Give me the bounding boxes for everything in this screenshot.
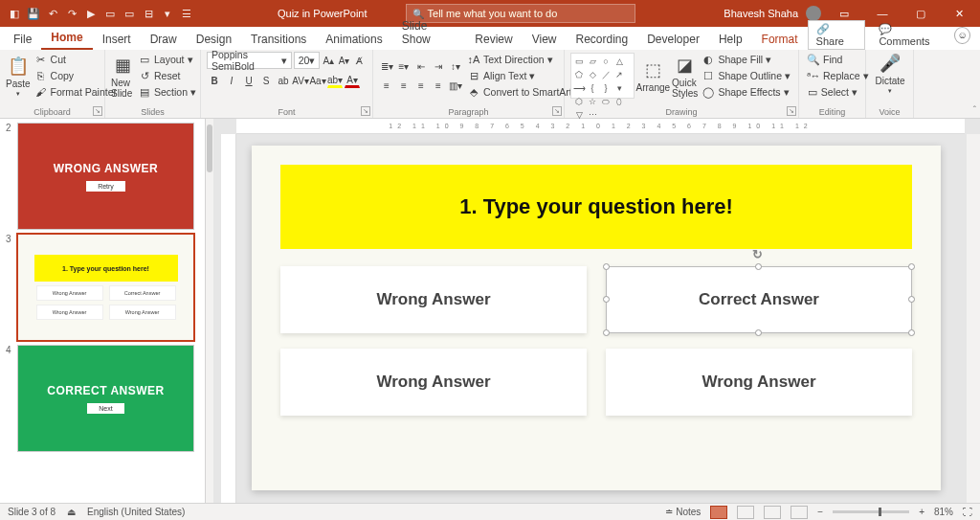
- answer-box-3[interactable]: Wrong Answer: [280, 349, 587, 416]
- resize-handle[interactable]: [603, 296, 610, 303]
- zoom-out-button[interactable]: −: [817, 507, 823, 517]
- zoom-level[interactable]: 81%: [934, 507, 953, 517]
- answer-box-2[interactable]: Correct Answer: [606, 266, 912, 333]
- paste-button[interactable]: 📋Paste▾: [6, 55, 31, 98]
- horizontal-ruler[interactable]: 12 11 10 9 8 7 6 5 4 3 2 1 0 1 2 3 4 5 6…: [236, 119, 965, 134]
- thumbnail-2[interactable]: 2 WRONG ANSWER Retry: [0, 121, 205, 232]
- slide-indicator[interactable]: Slide 3 of 8: [8, 507, 56, 517]
- rotation-handle[interactable]: [752, 244, 766, 258]
- feedback-icon[interactable]: ☺: [954, 27, 970, 44]
- spell-check-icon[interactable]: ⏏: [67, 507, 76, 517]
- question-box[interactable]: 1. Type your question here!: [280, 165, 912, 249]
- shape-outline-button[interactable]: ☐Shape Outline▾: [700, 68, 792, 83]
- shape-effects-button[interactable]: ◯Shape Effects▾: [700, 84, 792, 100]
- resize-handle[interactable]: [755, 329, 762, 336]
- font-name-select[interactable]: Poppins SemiBold ▾: [207, 52, 292, 69]
- notes-button[interactable]: ≐ Notes: [665, 507, 701, 517]
- menu-developer[interactable]: Developer: [637, 29, 709, 50]
- resize-handle[interactable]: [755, 263, 762, 270]
- user-name[interactable]: Bhavesh Shaha: [724, 8, 798, 19]
- zoom-in-button[interactable]: +: [919, 507, 924, 517]
- shadow-button[interactable]: ab: [276, 73, 291, 88]
- user-avatar[interactable]: [806, 6, 821, 21]
- quick-styles-button[interactable]: ◪Quick Styles: [672, 54, 698, 99]
- touch-mode-icon[interactable]: ☰: [178, 5, 195, 22]
- menu-insert[interactable]: Insert: [93, 29, 141, 50]
- slide-canvas[interactable]: 1. Type your question here! Wrong Answer…: [252, 146, 941, 490]
- reading-view-button[interactable]: [764, 506, 781, 519]
- replace-button[interactable]: ᵃ↔Replace▾: [805, 68, 859, 83]
- scrollbar-thumb[interactable]: [207, 124, 212, 172]
- increase-font-icon[interactable]: A▴: [322, 53, 335, 68]
- editor-scrollbar[interactable]: [967, 134, 980, 503]
- shape-fill-button[interactable]: ◐Shape Fill▾: [700, 52, 792, 67]
- line-spacing-button[interactable]: ↕▾: [448, 58, 463, 74]
- menu-help[interactable]: Help: [709, 29, 752, 50]
- menu-format[interactable]: Format: [752, 29, 808, 50]
- underline-button[interactable]: U: [241, 73, 256, 88]
- clipboard-launcher[interactable]: ↘: [93, 106, 102, 116]
- decrease-font-icon[interactable]: A▾: [338, 53, 351, 68]
- undo-icon[interactable]: ↶: [44, 5, 61, 22]
- bold-button[interactable]: B: [207, 73, 222, 88]
- qat-btn[interactable]: ▭: [121, 5, 138, 22]
- vertical-ruler[interactable]: [221, 134, 236, 503]
- menu-review[interactable]: Review: [465, 29, 522, 50]
- language-indicator[interactable]: English (United States): [87, 507, 185, 517]
- justify-button[interactable]: ≡: [431, 78, 446, 93]
- menu-view[interactable]: View: [523, 29, 567, 50]
- indent-inc-button[interactable]: ⇥: [431, 58, 446, 74]
- paragraph-launcher[interactable]: ↘: [552, 106, 562, 116]
- menu-slideshow[interactable]: Slide Show: [392, 15, 466, 50]
- drawing-launcher[interactable]: ↘: [787, 106, 796, 116]
- qat-btn[interactable]: ⊟: [140, 5, 157, 22]
- slideshow-view-button[interactable]: [791, 506, 808, 519]
- slide-thumbnail-pane[interactable]: 2 WRONG ANSWER Retry 3 1. Type your ques…: [0, 119, 206, 503]
- qat-dropdown-icon[interactable]: ▾: [159, 5, 176, 22]
- fit-window-button[interactable]: ⛶: [963, 507, 972, 517]
- redo-icon[interactable]: ↷: [63, 5, 80, 22]
- answer-box-4[interactable]: Wrong Answer: [606, 349, 912, 416]
- menu-home[interactable]: Home: [41, 27, 92, 50]
- menu-transitions[interactable]: Transitions: [241, 29, 316, 50]
- indent-dec-button[interactable]: ⇤: [413, 58, 429, 74]
- align-left-button[interactable]: ≡: [379, 78, 394, 93]
- share-button[interactable]: 🔗 Share: [808, 20, 866, 50]
- sorter-view-button[interactable]: [737, 506, 754, 519]
- spacing-button[interactable]: AV▾: [293, 73, 308, 88]
- align-center-button[interactable]: ≡: [396, 78, 412, 93]
- zoom-slider[interactable]: [833, 510, 909, 513]
- section-button[interactable]: ▤Section▾: [136, 84, 198, 100]
- autosave-icon[interactable]: ◧: [6, 5, 23, 22]
- normal-view-button[interactable]: [710, 506, 727, 519]
- columns-button[interactable]: ▥▾: [448, 78, 463, 93]
- font-launcher[interactable]: ↘: [361, 106, 370, 116]
- new-slide-button[interactable]: ▦New Slide: [111, 54, 134, 99]
- thumbnail-4[interactable]: 4 CORRECT ANSWER Next: [0, 343, 205, 454]
- answer-box-1[interactable]: Wrong Answer: [280, 266, 587, 333]
- shapes-gallery[interactable]: ▭▱○△⬠◇ ／↗⟶{}▾ ⬡☆⬭⬯▽⋯: [570, 53, 635, 99]
- menu-file[interactable]: File: [4, 29, 41, 50]
- resize-handle[interactable]: [908, 296, 915, 303]
- resize-handle[interactable]: [603, 329, 610, 336]
- menu-draw[interactable]: Draw: [141, 29, 187, 50]
- slide-canvas-area[interactable]: 1. Type your question here! Wrong Answer…: [252, 146, 941, 490]
- pane-scrollbar[interactable]: [206, 119, 213, 503]
- resize-handle[interactable]: [908, 329, 915, 336]
- qat-btn[interactable]: ▭: [101, 5, 119, 22]
- menu-design[interactable]: Design: [187, 29, 241, 50]
- menu-animations[interactable]: Animations: [316, 29, 391, 50]
- resize-handle[interactable]: [603, 263, 610, 270]
- collapse-ribbon-icon[interactable]: ˆ: [973, 105, 976, 116]
- clear-format-icon[interactable]: A̸: [353, 53, 367, 68]
- layout-button[interactable]: ▭Layout▾: [136, 52, 198, 67]
- strike-button[interactable]: S: [258, 73, 274, 88]
- font-color-button[interactable]: A▾: [345, 73, 360, 88]
- font-size-select[interactable]: 20 ▾: [294, 52, 321, 69]
- select-button[interactable]: ▭Select▾: [805, 84, 859, 100]
- bullets-button[interactable]: ≣▾: [379, 58, 394, 74]
- reset-button[interactable]: ↺Reset: [136, 68, 198, 83]
- comments-button[interactable]: 💬 Comments: [871, 21, 948, 49]
- highlight-button[interactable]: ab▾: [327, 73, 343, 88]
- align-right-button[interactable]: ≡: [413, 78, 429, 93]
